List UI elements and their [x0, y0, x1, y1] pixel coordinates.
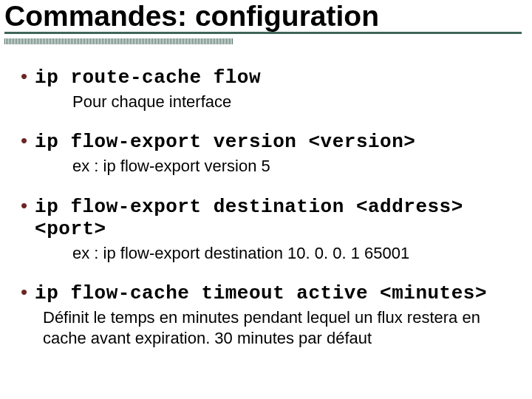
slide: Commandes: configuration • ip route-cach… [0, 0, 532, 399]
command-text: ip flow-export version <version> [35, 131, 415, 153]
accent-bar [4, 38, 233, 44]
command-text: ip flow-cache timeout active <minutes> [35, 282, 487, 304]
command-line: • ip route-cache flow [21, 66, 517, 89]
command-description: Définit le temps en minutes pendant lequ… [43, 307, 502, 348]
bullet-item: • ip flow-export destination <address> <… [21, 196, 517, 264]
bullet-item: • ip flow-cache timeout active <minutes>… [21, 282, 517, 348]
content-area: • ip route-cache flow Pour chaque interf… [0, 44, 532, 349]
command-line: • ip flow-cache timeout active <minutes> [21, 282, 517, 304]
command-line: • ip flow-export destination <address> <… [21, 196, 517, 240]
command-description: ex : ip flow-export destination 10. 0. 0… [72, 243, 517, 264]
command-text: ip flow-export destination <address> <po… [35, 196, 517, 240]
bullet-icon: • [21, 196, 27, 215]
command-line: • ip flow-export version <version> [21, 131, 517, 153]
bullet-icon: • [21, 66, 27, 86]
bullet-item: • ip flow-export version <version> ex : … [21, 131, 517, 177]
slide-title: Commandes: configuration [4, 1, 522, 34]
title-block: Commandes: configuration [0, 0, 532, 34]
command-description: Pour chaque interface [72, 92, 517, 112]
bullet-icon: • [21, 282, 27, 301]
command-text: ip route-cache flow [35, 66, 261, 89]
bullet-icon: • [21, 131, 27, 150]
command-description: ex : ip flow-export version 5 [72, 156, 517, 177]
bullet-item: • ip route-cache flow Pour chaque interf… [21, 66, 517, 112]
